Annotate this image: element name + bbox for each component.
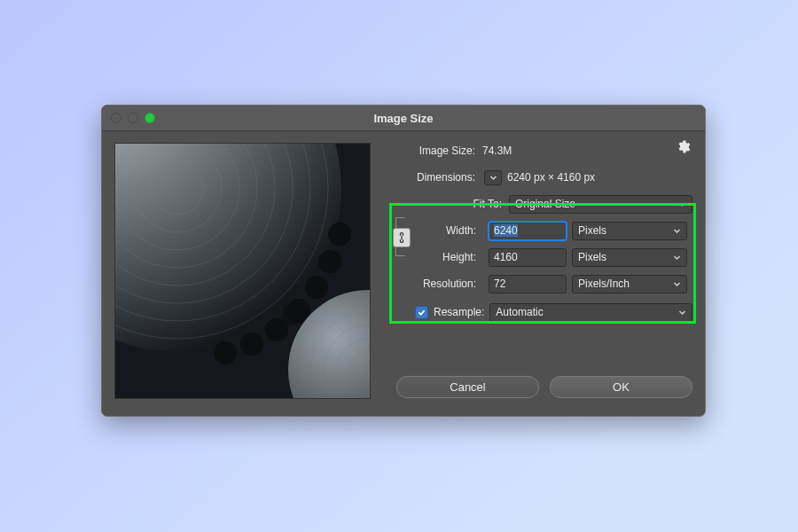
- dialog-buttons: Cancel OK: [396, 376, 692, 398]
- image-size-label: Image Size:: [391, 145, 482, 157]
- height-input[interactable]: 4160: [489, 248, 567, 267]
- cancel-button[interactable]: Cancel: [396, 376, 539, 398]
- resolution-unit-value: Pixels/Inch: [578, 278, 630, 290]
- resample-label: Resample:: [434, 306, 489, 318]
- image-size-dialog: Image Size: [101, 105, 706, 417]
- image-size-value: 74.3M: [482, 145, 512, 157]
- image-preview: [114, 143, 371, 399]
- dimensions-label: Dimensions:: [391, 171, 482, 184]
- constrain-proportions-toggle[interactable]: [393, 228, 411, 247]
- chevron-down-icon: [489, 174, 497, 182]
- chevron-down-icon: [678, 200, 686, 208]
- resample-checkbox[interactable]: [415, 306, 428, 319]
- dimensions-value: 6240 px × 4160 px: [507, 171, 595, 184]
- ok-button[interactable]: OK: [550, 376, 692, 398]
- resolution-label: Resolution:: [405, 278, 483, 290]
- dialog-title: Image Size: [102, 112, 705, 125]
- width-value: 6240: [494, 224, 518, 237]
- resample-select[interactable]: Automatic: [489, 303, 692, 322]
- height-label: Height:: [423, 251, 483, 263]
- resolution-unit-select[interactable]: Pixels/Inch: [572, 275, 687, 293]
- svg-point-13: [305, 276, 328, 299]
- fit-to-select[interactable]: Original Size: [509, 195, 692, 214]
- height-unit-select[interactable]: Pixels: [572, 248, 687, 267]
- width-unit-select[interactable]: Pixels: [572, 222, 687, 240]
- resolution-input[interactable]: 72: [489, 275, 567, 293]
- width-label: Width:: [423, 224, 483, 237]
- chevron-down-icon: [678, 309, 686, 317]
- link-icon: [397, 231, 406, 244]
- svg-point-12: [240, 332, 263, 356]
- constrain-proportions: [393, 208, 416, 265]
- chevron-down-icon: [673, 227, 681, 235]
- titlebar: Image Size: [102, 106, 705, 131]
- svg-point-14: [318, 250, 341, 273]
- resample-value: Automatic: [496, 306, 543, 318]
- fit-to-value: Original Size: [515, 198, 575, 210]
- svg-point-15: [214, 341, 237, 364]
- check-icon: [418, 309, 426, 317]
- svg-point-16: [328, 223, 351, 246]
- dimensions-disclosure[interactable]: [484, 170, 502, 185]
- width-unit-value: Pixels: [578, 224, 606, 237]
- svg-point-11: [265, 318, 288, 341]
- chevron-down-icon: [673, 254, 681, 262]
- height-value: 4160: [494, 251, 518, 263]
- resolution-value: 72: [494, 278, 505, 290]
- chevron-down-icon: [673, 280, 681, 288]
- height-unit-value: Pixels: [578, 251, 606, 263]
- width-input[interactable]: 6240: [489, 222, 567, 240]
